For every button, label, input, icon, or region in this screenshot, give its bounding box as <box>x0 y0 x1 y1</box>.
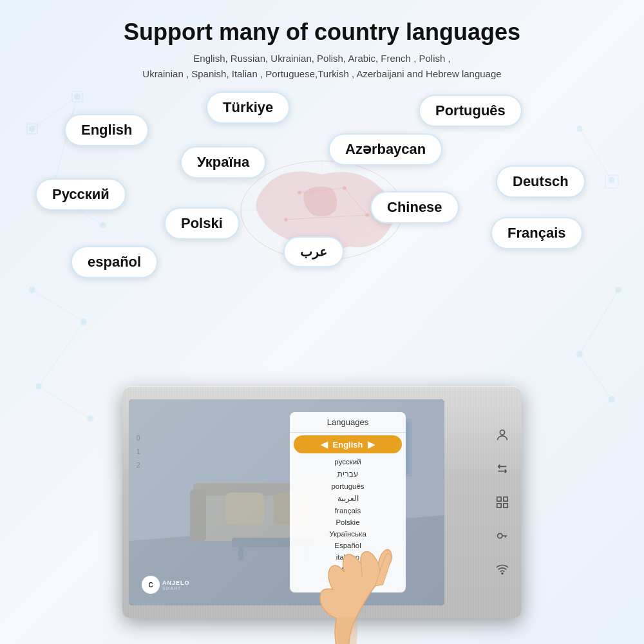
arrow-right: ▶ <box>368 439 375 450</box>
key-icon[interactable] <box>492 526 513 546</box>
screen-numbers: 0 1 2 <box>137 435 140 469</box>
svg-rect-49 <box>238 544 243 560</box>
bubble-english: English <box>64 114 149 146</box>
bubble-espanol: español <box>71 246 158 278</box>
selected-lang-text: English <box>333 440 363 450</box>
svg-rect-46 <box>225 493 264 525</box>
page-content: Support many of country languages Englis… <box>0 0 644 644</box>
bubble-portugues: Português <box>419 95 522 127</box>
hand-image <box>298 522 459 644</box>
bubble-francais: Français <box>491 217 583 249</box>
arrow-left: ◀ <box>321 439 328 450</box>
svg-rect-55 <box>504 497 507 501</box>
selected-language: ◀ English ▶ <box>294 435 402 453</box>
lang-item-1: русский <box>290 456 406 468</box>
lang-item-3: português <box>290 480 406 492</box>
lang-item-2: עברית <box>290 468 406 480</box>
svg-rect-54 <box>497 497 501 501</box>
bubbles-area: English Türkiye Português Україна Azərba… <box>0 88 644 333</box>
bubble-polski: Polski <box>164 207 240 240</box>
brand-text: ANJELO SMART <box>162 580 190 591</box>
page-title: Support many of country languages <box>39 18 605 46</box>
svg-point-53 <box>500 430 504 435</box>
brand-name: ANJELO <box>162 580 190 586</box>
device-wrapper: 0 1 2 Languages ◀ English ▶ русский <box>84 386 560 644</box>
bubble-deutsch: Deutsch <box>496 166 585 198</box>
header-section: Support many of country languages Englis… <box>0 0 644 88</box>
brand-icon: C <box>142 576 160 594</box>
bubble-turkiye: Türkiye <box>206 91 290 124</box>
bubble-azerbaycan: Azərbaycan <box>328 133 442 166</box>
brand-logo: C ANJELO SMART <box>142 576 190 594</box>
side-icons-panel <box>483 412 522 592</box>
device-section: 0 1 2 Languages ◀ English ▶ русский <box>0 348 644 644</box>
svg-rect-56 <box>497 504 501 507</box>
lang-item-4: العربية <box>290 492 406 505</box>
grid-icon[interactable] <box>492 492 513 513</box>
svg-rect-57 <box>504 504 507 507</box>
subtitle: English, Russian, Ukrainian, Polish, Ara… <box>39 51 605 82</box>
brand-sub: SMART <box>162 586 190 591</box>
lang-item-5: français <box>290 505 406 516</box>
bubble-ukraina: Україна <box>180 146 266 178</box>
person-icon[interactable] <box>492 425 513 446</box>
bubble-arabic: عرب <box>283 236 344 267</box>
bubble-chinese: Chinese <box>370 191 459 223</box>
svg-point-59 <box>502 573 503 574</box>
svg-point-58 <box>498 533 502 538</box>
bubble-russky: Русский <box>35 178 126 211</box>
wifi-icon[interactable] <box>492 559 513 580</box>
lang-menu-title: Languages <box>290 412 406 433</box>
svg-rect-44 <box>190 489 206 541</box>
switch-icon[interactable] <box>492 459 513 479</box>
